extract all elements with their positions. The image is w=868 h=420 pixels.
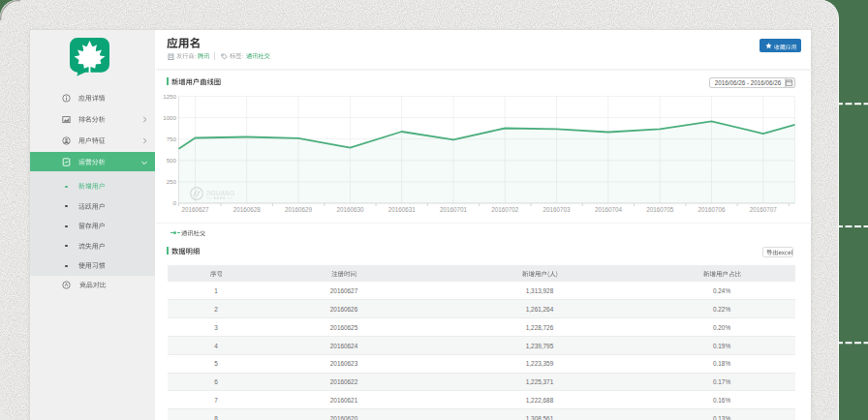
- svg-text:JIGUANG: JIGUANG: [206, 190, 235, 196]
